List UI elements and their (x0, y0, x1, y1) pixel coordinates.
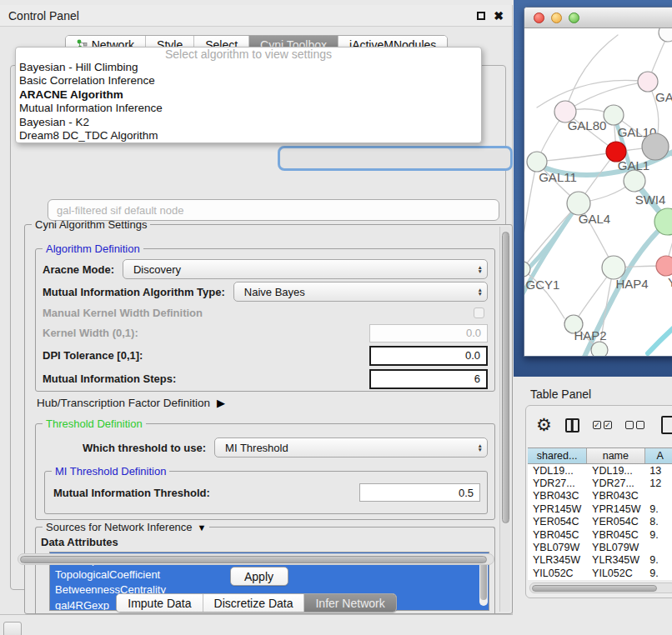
tab-impute-data[interactable]: Impute Data (117, 594, 203, 612)
network-node[interactable] (624, 170, 645, 192)
algorithm-option-dream8-dc-tdc-algorithm[interactable]: Dream8 DC_TDC Algorithm (16, 129, 481, 142)
table-row[interactable]: YER054CYER054C8. (528, 516, 672, 528)
mi-type-combo[interactable]: Naive Bayes ▲▼ (233, 282, 488, 302)
tab-infer-network-label: Infer Network (315, 597, 384, 610)
column-header-name[interactable]: name (587, 448, 644, 463)
dpi-tolerance-field[interactable]: 0.0 (369, 346, 488, 366)
aracne-mode-combo[interactable]: Discovery ▲▼ (123, 259, 488, 279)
close-traffic-light-icon[interactable] (534, 12, 544, 23)
network-edge[interactable] (648, 316, 672, 353)
scrollbar-thumb[interactable] (502, 232, 509, 523)
settings-horizontal-scrollbar[interactable] (18, 553, 494, 565)
network-selection-combo-text: gal-filtered sif default node (57, 204, 183, 217)
table-row[interactable]: YDL19...YDL19...13 (528, 464, 672, 477)
network-window-titlebar[interactable] (524, 8, 672, 28)
network-node[interactable] (659, 28, 672, 42)
mi-steps-field[interactable]: 6 (369, 369, 488, 389)
scrollbar-thumb[interactable] (532, 585, 657, 592)
network-edge[interactable] (537, 152, 616, 162)
unchecked-box-icon (636, 421, 644, 429)
network-edge[interactable] (565, 35, 618, 112)
which-threshold-combo[interactable]: MI Threshold ▲▼ (214, 438, 488, 458)
algorithm-option-bayesian-k2[interactable]: Bayesian - K2 (16, 116, 481, 129)
column-layout-icon[interactable] (565, 418, 579, 432)
table-row[interactable]: YBR045CYBR045C9. (528, 528, 672, 541)
kernel-width-field[interactable]: 0.0 (369, 324, 488, 342)
table-cell: 9. (644, 554, 672, 567)
algorithm-definition-title: Algorithm Definition (43, 242, 143, 255)
checked-box-icon: ✓ (593, 421, 601, 429)
hub-definition-expander[interactable]: Hub/Transcription Factor Definition ▶ (37, 397, 225, 409)
network-edge[interactable] (565, 82, 648, 112)
network-edge[interactable] (524, 203, 579, 269)
network-canvas[interactable]: GALGAL80GAL10GAL1GAL11SWI4GAL4GCY1HAP4YH… (524, 28, 672, 357)
collapse-down-icon[interactable]: ▼ (198, 522, 207, 532)
network-node-label: GCY1 (526, 278, 560, 292)
table-panel-title: Table Panel (530, 388, 591, 401)
table-row[interactable]: YBR043CYBR043C (528, 490, 672, 502)
inference-algorithm-combo[interactable] (278, 146, 513, 171)
table-cell: 8. (644, 516, 672, 528)
table-row[interactable]: YLR345WYLR345W9. (528, 554, 672, 567)
combo-spinner-icon: ▲▼ (478, 438, 483, 457)
mi-steps-label: Mutual Information Steps: (43, 372, 176, 385)
tab-infer-network[interactable]: Infer Network (304, 594, 395, 612)
network-view-window[interactable]: GALGAL80GAL10GAL1GAL11SWI4GAL4GCY1HAP4YH… (524, 7, 672, 357)
aracne-mode-value: Discovery (133, 263, 181, 276)
table-cell: 9. (644, 567, 672, 579)
bottom-corner-button[interactable] (3, 622, 22, 635)
algorithm-option-mutual-information-inference[interactable]: Mutual Information Inference (16, 102, 481, 115)
network-node-gal[interactable] (638, 72, 658, 92)
mi-threshold-field[interactable]: 0.5 (359, 483, 480, 502)
algorithm-option-basic-correlation-inference[interactable]: Basic Correlation Inference (16, 74, 481, 88)
table-cell: YBL079W (587, 541, 644, 553)
table-horizontal-scrollbar[interactable] (529, 582, 672, 593)
algorithm-select-placeholder: Select algorithm to view settings (16, 48, 481, 61)
zoom-traffic-light-icon[interactable] (569, 12, 579, 23)
network-edge[interactable] (524, 203, 579, 312)
mi-threshold-title: MI Threshold Definition (52, 465, 169, 478)
expand-right-icon[interactable]: ▶ (217, 397, 225, 409)
select-all-icon[interactable]: ✓ ✓ (593, 421, 612, 429)
tab-discretize-data[interactable]: Discretize Data (203, 594, 305, 612)
algorithm-option-aracne-algorithm[interactable]: ARACNE Algorithm (16, 88, 481, 102)
manual-kernel-checkbox[interactable] (474, 308, 484, 318)
table-row[interactable]: YDR27...YDR27...12 (528, 477, 672, 489)
column-header-a[interactable]: A (645, 448, 672, 463)
close-icon[interactable]: ✖ (494, 12, 504, 20)
network-edge[interactable] (524, 162, 537, 262)
scrollbar-thumb[interactable] (20, 556, 487, 563)
algorithm-definition-group: Algorithm Definition Aracne Mode: Discov… (35, 248, 495, 392)
deselect-all-icon[interactable] (625, 421, 644, 429)
tab-discretize-data-label: Discretize Data (214, 597, 293, 610)
threshold-definition-group: Threshold Definition Which threshold to … (35, 423, 495, 520)
table-header-row: shared...nameA (528, 448, 672, 464)
network-node-gal10[interactable] (604, 105, 624, 125)
manual-kernel-label: Manual Kernel Width Definition (43, 307, 203, 319)
unchecked-box-icon (625, 421, 634, 429)
network-node-label: GAL80 (568, 118, 607, 132)
minimize-traffic-light-icon[interactable] (551, 12, 562, 23)
table-settings-gear-icon[interactable]: ⚙ (536, 417, 552, 433)
algorithm-option-bayesian-hill-climbing[interactable]: Bayesian - Hill Climbing (16, 61, 481, 74)
network-selection-combo[interactable]: gal-filtered sif default node (48, 199, 499, 221)
table-row[interactable]: YBL079WYBL079W (528, 541, 672, 553)
settings-vertical-scrollbar[interactable] (499, 227, 510, 612)
function-builder-icon[interactable] (661, 416, 672, 434)
table-row[interactable]: YIL052CYIL052C9. (528, 567, 672, 579)
network-node-label: SWI4 (635, 192, 666, 207)
network-node-hap4[interactable] (602, 256, 625, 279)
network-node[interactable] (591, 342, 608, 357)
table-cell: YIL052C (528, 567, 587, 579)
table-cell: YER054C (587, 516, 644, 528)
data-attributes-label: Data Attributes (41, 536, 494, 548)
network-edge[interactable] (524, 203, 579, 282)
table-row[interactable]: YPR145WYPR145W9. (528, 502, 672, 515)
column-header-shared[interactable]: shared... (528, 448, 587, 463)
checked-box-icon: ✓ (604, 421, 612, 429)
apply-button[interactable]: Apply (230, 567, 288, 586)
network-node[interactable] (642, 133, 669, 160)
network-node-y[interactable] (656, 256, 672, 276)
float-window-icon[interactable] (477, 12, 485, 20)
network-node-gal11[interactable] (527, 152, 547, 172)
